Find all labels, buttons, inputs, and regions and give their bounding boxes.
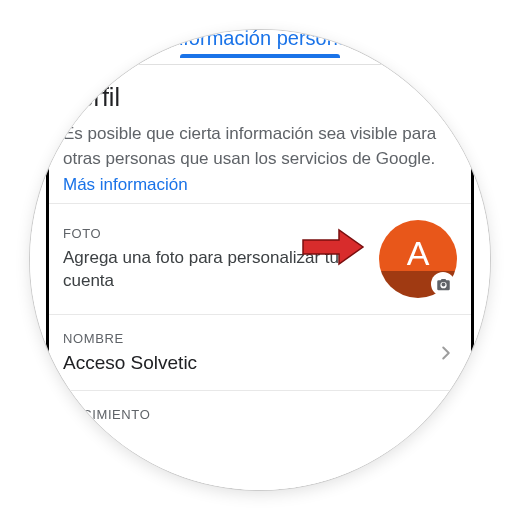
photo-row[interactable]: FOTO Agrega una foto para personalizar t… [49, 203, 471, 314]
birth-row-body: NACIMIENTO [63, 407, 457, 428]
circular-mask: Información personal Perfil Es posible q… [30, 30, 490, 490]
birth-row[interactable]: NACIMIENTO [49, 390, 471, 444]
photo-hint: Agrega una foto para personalizar tu cue… [63, 247, 371, 293]
screenshot-frame: Información personal Perfil Es posible q… [0, 0, 520, 520]
name-value: Acceso Solvetic [63, 352, 435, 374]
tab-bar: Información personal [49, 30, 471, 64]
name-label: NOMBRE [63, 331, 435, 346]
name-row[interactable]: NOMBRE Acceso Solvetic [49, 314, 471, 390]
tab-active-indicator [180, 54, 340, 58]
tab-label: Información personal [167, 30, 354, 49]
name-row-body: NOMBRE Acceso Solvetic [63, 331, 435, 374]
avatar-initial: A [407, 234, 430, 273]
device-frame-right [471, 108, 474, 368]
photo-row-body: FOTO Agrega una foto para personalizar t… [63, 226, 371, 293]
profile-heading: Perfil [63, 83, 457, 112]
camera-badge [431, 272, 455, 296]
tab-personal-info[interactable]: Información personal [155, 30, 366, 58]
birth-label: NACIMIENTO [63, 407, 457, 422]
avatar-container[interactable]: A [379, 220, 457, 298]
photo-label: FOTO [63, 226, 371, 241]
camera-icon [436, 277, 451, 292]
chevron-right-icon [435, 342, 457, 364]
profile-description: Es posible que cierta información sea vi… [63, 122, 457, 171]
page-content: Información personal Perfil Es posible q… [49, 30, 471, 490]
profile-section: Perfil Es posible que cierta información… [49, 65, 471, 203]
more-info-link[interactable]: Más información [63, 175, 188, 194]
device-screen: Información personal Perfil Es posible q… [30, 30, 490, 490]
